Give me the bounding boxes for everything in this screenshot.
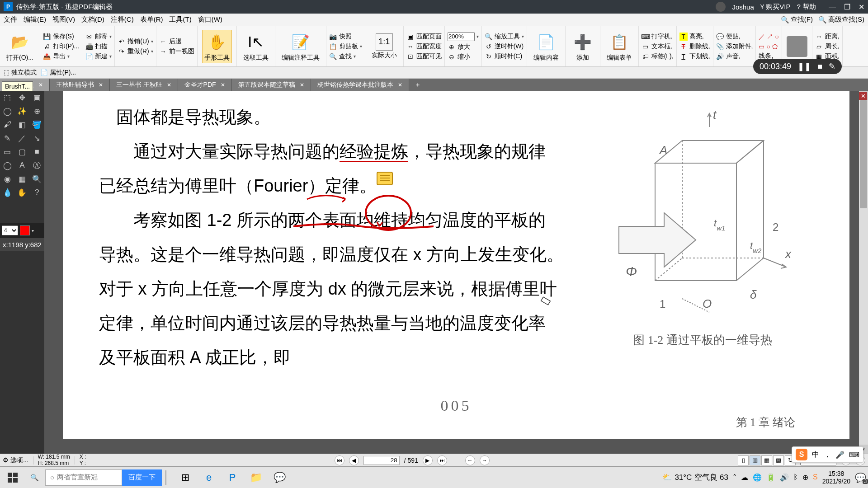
tool-hand[interactable]: ✋	[15, 186, 30, 199]
label-button[interactable]: 🏷标签(L),	[642, 52, 674, 61]
tray-bluetooth-icon[interactable]: ᛒ	[793, 473, 798, 482]
underline-button[interactable]: T下划线,	[679, 52, 710, 61]
mail-button[interactable]: ✉邮寄▾	[85, 33, 112, 41]
view-continuous-button[interactable]: ▥	[750, 455, 760, 465]
typewriter-button[interactable]: ⌨打字机,	[642, 33, 674, 41]
tool-clone[interactable]: ⊕	[29, 104, 44, 118]
taskbar-edge-icon[interactable]: e	[199, 468, 219, 487]
menu-form[interactable]: 表单(R)	[140, 15, 163, 24]
fit-visible-button[interactable]: ⊡匹配可见	[406, 52, 442, 61]
tab-5[interactable]: 杨世铭传热学课本批注版本✕	[311, 79, 409, 91]
select-tool-button[interactable]: Ⅰ↖ 选取工具	[241, 30, 270, 63]
zoom-tool-button[interactable]: 🔍缩放工具▾	[485, 33, 524, 41]
distance-button[interactable]: ↔距离,	[815, 33, 840, 41]
find-button[interactable]: 🔍 查找(F)	[781, 15, 813, 24]
taskbar-pdf-icon[interactable]: P	[222, 468, 242, 487]
tray-onedrive-icon[interactable]: ☁	[741, 473, 748, 482]
search-button[interactable]: 🔍	[24, 467, 45, 488]
minimize-button[interactable]: —	[829, 3, 836, 11]
tab-3[interactable]: 金圣才PDF✕	[178, 79, 232, 91]
menu-tools[interactable]: 工具(T)	[169, 15, 191, 24]
tool-move[interactable]: ✥	[15, 91, 30, 104]
tool-rectfill[interactable]: ■	[29, 145, 44, 159]
save-button[interactable]: 💾保存(S)	[43, 33, 79, 41]
zoom-input[interactable]	[448, 32, 475, 41]
undo-button[interactable]: ↶撤销(U)▾	[118, 38, 153, 46]
tray-battery-icon[interactable]: 🔋	[766, 473, 775, 482]
tool-arrow[interactable]: ↘	[29, 131, 44, 145]
ime-keyboard-icon[interactable]: ⌨	[849, 450, 859, 459]
rotate-cw-button[interactable]: ↻顺时针(C)	[485, 52, 524, 61]
tray-app1-icon[interactable]: ⊕	[802, 473, 808, 482]
tray-volume-icon[interactable]: 🔊	[780, 473, 789, 482]
tray-chevron-icon[interactable]: ˄	[733, 473, 736, 482]
page-number-input[interactable]	[363, 456, 400, 465]
menu-file[interactable]: 文件	[4, 15, 17, 24]
properties-button[interactable]: 📄 属性(P)...	[40, 69, 76, 77]
advanced-find-button[interactable]: 🔍 高级查找(S)	[818, 15, 864, 24]
pencil-icon[interactable]: ✎	[829, 61, 835, 71]
actual-size-button[interactable]: 1:1 实际大小	[370, 33, 399, 61]
notification-button[interactable]: 💬3	[855, 472, 866, 483]
ribbon-avatar[interactable]	[787, 36, 807, 57]
tool-lasso[interactable]: ◯	[0, 104, 15, 118]
tool-mosaic[interactable]: ▦	[15, 172, 30, 186]
tool-pencil[interactable]: ✎	[0, 131, 15, 145]
open-button[interactable]: 📂 打开(O)...	[5, 30, 35, 63]
fit-width-button[interactable]: ↔匹配宽度	[406, 42, 442, 51]
tool-rect[interactable]: ▭	[0, 145, 15, 159]
find-ribbon-button[interactable]: 🔍查找▾	[329, 52, 362, 61]
prev-page-button[interactable]: ◀	[349, 455, 359, 465]
pause-icon[interactable]: ❚❚	[797, 61, 811, 71]
export-button[interactable]: 📤导出▾	[43, 52, 79, 61]
tool-select[interactable]: ⬚	[0, 91, 15, 104]
forward-button[interactable]: →前一视图	[159, 47, 194, 56]
tool-zoom[interactable]: 🔍	[29, 172, 44, 186]
last-page-button[interactable]: ⏭	[437, 455, 447, 465]
close-icon[interactable]: ✕	[99, 82, 103, 88]
tool-fill[interactable]: 🪣	[29, 118, 44, 131]
fit-page-button[interactable]: ▣匹配页面	[406, 33, 442, 41]
brush-size-select[interactable]: 4	[2, 225, 18, 235]
menu-view[interactable]: 视图(V)	[52, 15, 75, 24]
tab-4[interactable]: 第五版课本随堂草稿✕	[232, 79, 311, 91]
tray-network-icon[interactable]: 🌐	[753, 473, 762, 482]
ime-floating-bar[interactable]: S 中 ， 🎤 ⌨	[792, 446, 863, 463]
line-shapes-row[interactable]: ／ ↗ ○	[759, 33, 778, 41]
color-swatch[interactable]	[20, 225, 30, 235]
taskbar-search-input[interactable]: ○ 两省官宣新冠	[45, 469, 122, 486]
options-button[interactable]: ⚙ 选项...	[3, 456, 28, 465]
ime-punct-icon[interactable]: ，	[824, 450, 831, 460]
first-page-button[interactable]: ⏮	[335, 455, 344, 465]
sogou-icon[interactable]: S	[796, 449, 807, 460]
highlight-button[interactable]: T高亮,	[679, 33, 710, 41]
vertical-scrollbar[interactable]: ▴ ▾	[859, 91, 868, 454]
tool-brush[interactable]: 🖌	[0, 118, 15, 131]
nav-back-button[interactable]: ←	[465, 455, 475, 465]
document-viewport[interactable]: 方固体都是导热现象。 通过对大量实际导热问题的经验提炼，导热现象的规律 已经总结…	[44, 91, 868, 466]
snapshot-button[interactable]: 📷快照	[329, 33, 362, 41]
textbox-button[interactable]: ▭文本框,	[642, 42, 674, 51]
help-button[interactable]: ? 帮助	[797, 3, 816, 11]
panel-close-button[interactable]: ✕	[859, 92, 867, 100]
clipboard-button[interactable]: 📋剪贴板▾	[329, 42, 362, 51]
independent-mode-toggle[interactable]: ⬚ 独立模式	[4, 69, 37, 77]
tool-number[interactable]: Ⓐ	[29, 159, 44, 172]
zoom-out-button[interactable]: ⊖缩小	[448, 53, 479, 61]
maximize-button[interactable]: ❐	[844, 3, 850, 11]
tool-line[interactable]: ／	[15, 131, 30, 145]
stop-icon[interactable]: ■	[817, 62, 822, 71]
add-button[interactable]: ➕ 添加	[570, 30, 595, 63]
tab-2[interactable]: 三一丛书 王秋旺✕	[110, 79, 178, 91]
back-button[interactable]: ←后退	[159, 38, 194, 46]
view-single-button[interactable]: ▯	[738, 455, 749, 465]
hand-tool-button[interactable]: ✋ 手形工具	[202, 30, 232, 63]
scroll-thumb[interactable]	[860, 100, 867, 208]
edit-content-button[interactable]: 📄 编辑内容	[532, 30, 561, 63]
tab-1[interactable]: 王秋旺辅导书✕	[50, 79, 110, 91]
menu-comment[interactable]: 注释(C)	[111, 15, 134, 24]
view-facing-button[interactable]: ▦	[761, 455, 772, 465]
start-button[interactable]	[2, 467, 24, 488]
view-facing-cont-button[interactable]: ▩	[773, 455, 784, 465]
tool-picker[interactable]: 💧	[0, 186, 15, 199]
